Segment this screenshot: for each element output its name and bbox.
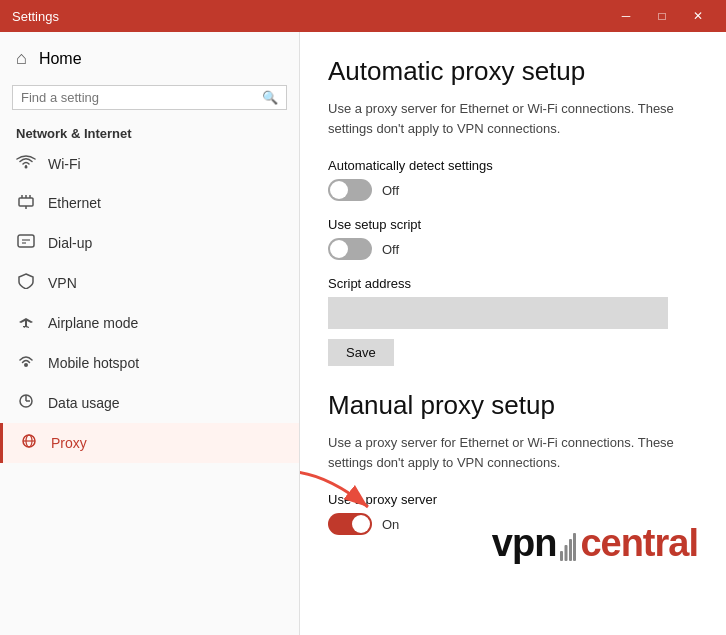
datausage-label: Data usage [48,395,120,411]
auto-detect-toggle[interactable] [328,179,372,201]
dialup-label: Dial-up [48,235,92,251]
sidebar-item-datausage[interactable]: Data usage [0,383,299,423]
svg-rect-6 [18,235,34,247]
sidebar-item-home[interactable]: ⌂ Home [0,32,299,85]
auto-section-title: Automatic proxy setup [328,56,698,87]
auto-description: Use a proxy server for Ethernet or Wi-Fi… [328,99,698,138]
save-button[interactable]: Save [328,339,394,366]
setup-script-toggle[interactable] [328,238,372,260]
script-address-input[interactable] [328,297,668,329]
signal-icon [560,527,576,561]
wifi-icon [16,155,36,173]
airplane-label: Airplane mode [48,315,138,331]
wifi-label: Wi-Fi [48,156,81,172]
content-area: ⌂ Home 🔍 Network & Internet [0,32,726,635]
airplane-icon [16,313,36,333]
central-watermark-text: central [580,522,698,565]
datausage-icon [16,393,36,413]
proxy-icon [19,433,39,453]
sidebar-item-airplane[interactable]: Airplane mode [0,303,299,343]
sidebar-item-vpn[interactable]: VPN [0,263,299,303]
svg-point-0 [25,166,28,169]
ethernet-icon [16,193,36,213]
vpn-icon [16,273,36,293]
sidebar-item-wifi[interactable]: Wi-Fi [0,145,299,183]
home-label: Home [39,50,82,68]
hotspot-icon [16,353,36,373]
dialup-icon [16,233,36,253]
auto-detect-toggle-row: Off [328,179,698,201]
hotspot-label: Mobile hotspot [48,355,139,371]
sidebar-item-proxy[interactable]: Proxy [0,423,299,463]
svg-rect-19 [573,533,576,561]
svg-rect-16 [560,551,563,561]
sidebar: ⌂ Home 🔍 Network & Internet [0,32,300,635]
vpn-watermark-text: vpn [492,522,557,565]
auto-detect-label: Automatically detect settings [328,158,698,173]
maximize-button[interactable]: □ [646,0,678,32]
manual-section-title: Manual proxy setup [328,390,698,421]
setup-script-toggle-row: Off [328,238,698,260]
minimize-button[interactable]: ─ [610,0,642,32]
setup-script-label: Use setup script [328,217,698,232]
close-button[interactable]: ✕ [682,0,714,32]
svg-rect-18 [569,539,572,561]
svg-point-9 [24,363,28,367]
sidebar-item-hotspot[interactable]: Mobile hotspot [0,343,299,383]
window-title: Settings [12,9,59,24]
bottom-section: On vpn central [328,513,698,535]
sidebar-item-ethernet[interactable]: Ethernet [0,183,299,223]
vpn-label: VPN [48,275,77,291]
search-input[interactable] [21,90,262,105]
settings-window: Settings ─ □ ✕ ⌂ Home 🔍 Network & Intern… [0,0,726,635]
home-icon: ⌂ [16,48,27,69]
sidebar-item-dialup[interactable]: Dial-up [0,223,299,263]
ethernet-label: Ethernet [48,195,101,211]
script-address-label: Script address [328,276,698,291]
svg-rect-1 [19,198,33,206]
section-label: Network & Internet [0,118,299,145]
window-controls: ─ □ ✕ [610,0,714,32]
search-icon: 🔍 [262,90,278,105]
setup-script-state: Off [382,242,399,257]
auto-detect-state: Off [382,183,399,198]
main-panel: Automatic proxy setup Use a proxy server… [300,32,726,635]
red-arrow [300,462,388,525]
titlebar: Settings ─ □ ✕ [0,0,726,32]
svg-rect-17 [565,545,568,561]
search-box[interactable]: 🔍 [12,85,287,110]
proxy-label: Proxy [51,435,87,451]
